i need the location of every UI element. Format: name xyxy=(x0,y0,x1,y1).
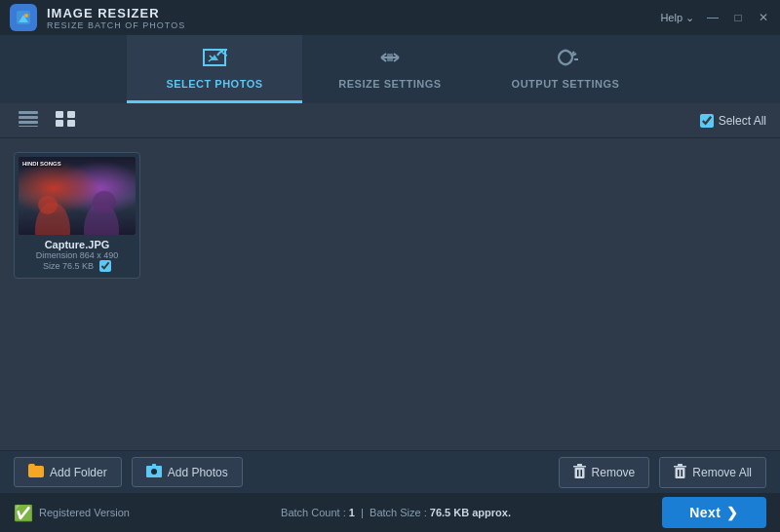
registered-icon: ✅ xyxy=(14,504,33,522)
svg-point-17 xyxy=(151,469,157,475)
svg-rect-6 xyxy=(19,121,38,124)
close-button[interactable]: ✕ xyxy=(757,11,770,24)
svg-point-15 xyxy=(93,191,116,213)
svg-rect-27 xyxy=(678,470,680,476)
select-photos-icon xyxy=(202,47,227,73)
remove-all-icon xyxy=(674,464,686,481)
add-photos-icon xyxy=(146,464,162,480)
add-folder-label: Add Folder xyxy=(50,466,107,479)
remove-all-label: Remove All xyxy=(692,466,752,479)
tab-resize-label: RESIZE SETTINGS xyxy=(338,78,441,90)
tab-select-photos[interactable]: SELECT PHOTOS xyxy=(127,35,302,103)
photo-size-row: Size 76.5 KB xyxy=(20,260,134,272)
remove-label: Remove xyxy=(592,466,636,479)
maximize-button[interactable]: □ xyxy=(731,11,745,24)
batch-count-label: Batch Count : xyxy=(281,507,346,518)
photo-size: Size 76.5 KB xyxy=(43,261,94,271)
svg-rect-11 xyxy=(67,120,75,127)
batch-size-label: Batch Size : xyxy=(370,507,427,518)
svg-rect-18 xyxy=(152,464,156,467)
photo-name: Capture.JPG xyxy=(45,239,110,250)
title-bar-left: IMAGE RESIZER RESIZE BATCH OF PHOTOS xyxy=(10,4,185,31)
batch-separator: | xyxy=(361,507,364,518)
photo-info: Capture.JPG Dimension 864 x 490 Size 76.… xyxy=(19,235,136,274)
list-view-button[interactable] xyxy=(14,108,43,133)
view-toggles xyxy=(14,108,80,133)
folder-icon xyxy=(28,464,44,480)
remove-icon xyxy=(573,464,586,481)
tab-resize-settings[interactable]: RESIZE SETTINGS xyxy=(302,35,478,103)
help-label: Help xyxy=(660,12,682,23)
title-text: IMAGE RESIZER RESIZE BATCH OF PHOTOS xyxy=(47,6,185,30)
tab-output-label: OUTPUT SETTINGS xyxy=(512,78,620,90)
svg-rect-28 xyxy=(682,470,683,476)
bottom-right-actions: Remove Remove All xyxy=(559,457,766,488)
svg-rect-20 xyxy=(577,464,582,466)
svg-rect-7 xyxy=(19,126,38,127)
view-toolbar: Select All xyxy=(0,103,780,138)
grid-view-button[interactable] xyxy=(51,108,80,133)
registered-info: ✅ Registered Version xyxy=(14,504,130,522)
help-button[interactable]: Help ⌄ xyxy=(660,12,694,24)
tab-output-settings[interactable]: OUTPUT SETTINGS xyxy=(478,35,653,103)
batch-size-value: 76.5 KB approx. xyxy=(430,507,511,518)
title-bar: IMAGE RESIZER RESIZE BATCH OF PHOTOS Hel… xyxy=(0,0,780,35)
svg-point-3 xyxy=(559,51,572,64)
bottom-left-actions: Add Folder Add Photos xyxy=(14,457,243,487)
svg-rect-5 xyxy=(19,116,38,119)
help-chevron-icon: ⌄ xyxy=(685,12,694,24)
photo-thumbnail: HINDI SONGS xyxy=(19,157,136,235)
add-photos-label: Add Photos xyxy=(168,466,228,479)
app-subtitle: RESIZE BATCH OF PHOTOS xyxy=(47,20,185,30)
select-all-area[interactable]: Select All xyxy=(700,114,766,128)
photo-grid: HINDI SONGS Capture.JPG Dimension 864 x … xyxy=(0,138,780,433)
svg-point-14 xyxy=(38,196,58,214)
svg-rect-23 xyxy=(580,470,582,476)
tab-select-label: SELECT PHOTOS xyxy=(166,78,262,90)
add-photos-button[interactable]: Add Photos xyxy=(132,457,243,487)
thumb-overlay-text: HINDI SONGS xyxy=(22,161,61,167)
output-settings-icon xyxy=(553,47,578,73)
batch-info: Batch Count : 1 | Batch Size : 76.5 KB a… xyxy=(281,507,511,518)
photo-checkbox[interactable] xyxy=(99,260,111,272)
svg-rect-4 xyxy=(19,111,38,114)
bottom-toolbar: Add Folder Add Photos xyxy=(0,450,780,493)
next-label: Next xyxy=(689,505,721,520)
remove-all-button[interactable]: Remove All xyxy=(659,457,766,488)
svg-rect-10 xyxy=(56,120,63,127)
title-bar-right: Help ⌄ — □ ✕ xyxy=(660,11,770,24)
select-all-label: Select All xyxy=(719,114,766,128)
resize-settings-icon xyxy=(377,47,403,73)
svg-rect-22 xyxy=(577,470,579,476)
svg-rect-24 xyxy=(674,466,686,468)
svg-rect-26 xyxy=(676,468,685,478)
minimize-button[interactable]: — xyxy=(706,11,720,24)
registered-label: Registered Version xyxy=(39,507,130,518)
select-all-checkbox[interactable] xyxy=(700,114,714,128)
list-item[interactable]: HINDI SONGS Capture.JPG Dimension 864 x … xyxy=(14,152,140,279)
svg-rect-9 xyxy=(67,111,75,118)
remove-button[interactable]: Remove xyxy=(559,457,650,488)
svg-rect-2 xyxy=(387,54,393,61)
tabs: SELECT PHOTOS RESIZE SETTINGS OUTPUT SET… xyxy=(0,35,780,103)
status-bar: ✅ Registered Version Batch Count : 1 | B… xyxy=(0,493,780,532)
photo-dimension: Dimension 864 x 490 xyxy=(36,250,119,260)
app-icon xyxy=(10,4,37,31)
next-button[interactable]: Next ❯ xyxy=(662,497,766,528)
svg-point-1 xyxy=(24,14,28,18)
next-arrow-icon: ❯ xyxy=(726,505,739,520)
add-folder-button[interactable]: Add Folder xyxy=(14,457,122,487)
app-title: IMAGE RESIZER xyxy=(47,6,185,20)
svg-rect-8 xyxy=(56,111,63,118)
svg-rect-19 xyxy=(573,466,586,468)
svg-rect-21 xyxy=(574,468,584,478)
svg-rect-25 xyxy=(678,464,682,466)
batch-count-value: 1 xyxy=(349,507,355,518)
